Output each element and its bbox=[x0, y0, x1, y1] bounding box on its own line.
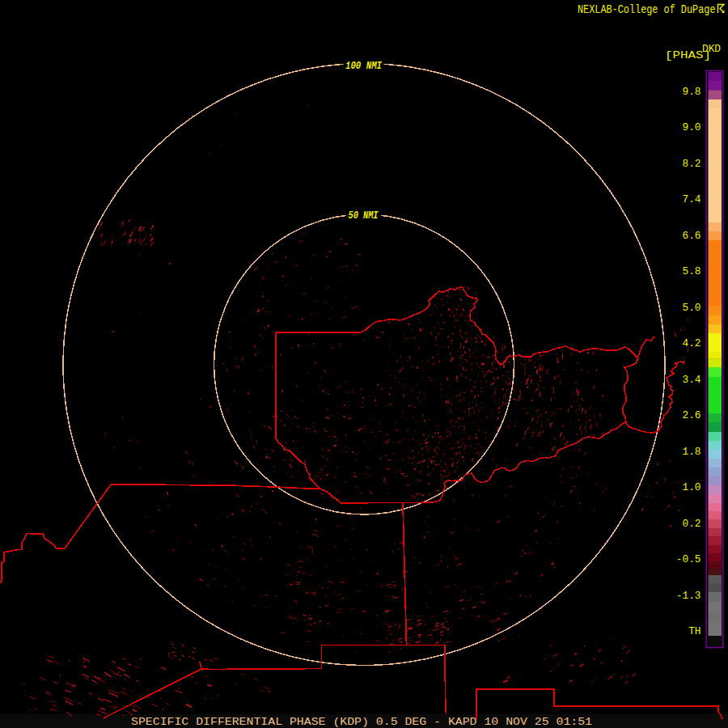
svg-text:1.8: 1.8 bbox=[682, 446, 700, 458]
svg-text:NEXLAB-College of DuPage: NEXLAB-College of DuPage bbox=[578, 3, 716, 16]
svg-text:TH: TH bbox=[688, 625, 700, 637]
svg-text:7.4: 7.4 bbox=[682, 193, 700, 205]
svg-text:SPECIFIC DIFFERENTIAL PHASE (K: SPECIFIC DIFFERENTIAL PHASE (KDP) 0.5 DE… bbox=[131, 716, 592, 728]
svg-text:6.6: 6.6 bbox=[682, 230, 700, 242]
svg-text:9.0: 9.0 bbox=[682, 121, 700, 133]
svg-text:1.0: 1.0 bbox=[682, 481, 700, 493]
svg-text:0.2: 0.2 bbox=[682, 518, 700, 530]
svg-text:4.2: 4.2 bbox=[682, 337, 700, 349]
svg-text:50 NMI: 50 NMI bbox=[349, 210, 379, 222]
svg-text:8.2: 8.2 bbox=[682, 158, 700, 170]
svg-text:[PHAS]: [PHAS] bbox=[665, 49, 711, 61]
svg-text:5.8: 5.8 bbox=[682, 265, 700, 277]
svg-text:9.8: 9.8 bbox=[682, 86, 700, 98]
svg-text:2.6: 2.6 bbox=[682, 409, 700, 421]
svg-text:100 NMI: 100 NMI bbox=[345, 61, 383, 72]
svg-text:5.0: 5.0 bbox=[682, 302, 700, 314]
svg-text:-1.3: -1.3 bbox=[676, 590, 701, 602]
svg-text:-0.5: -0.5 bbox=[676, 553, 701, 565]
svg-text:3.4: 3.4 bbox=[682, 374, 700, 386]
